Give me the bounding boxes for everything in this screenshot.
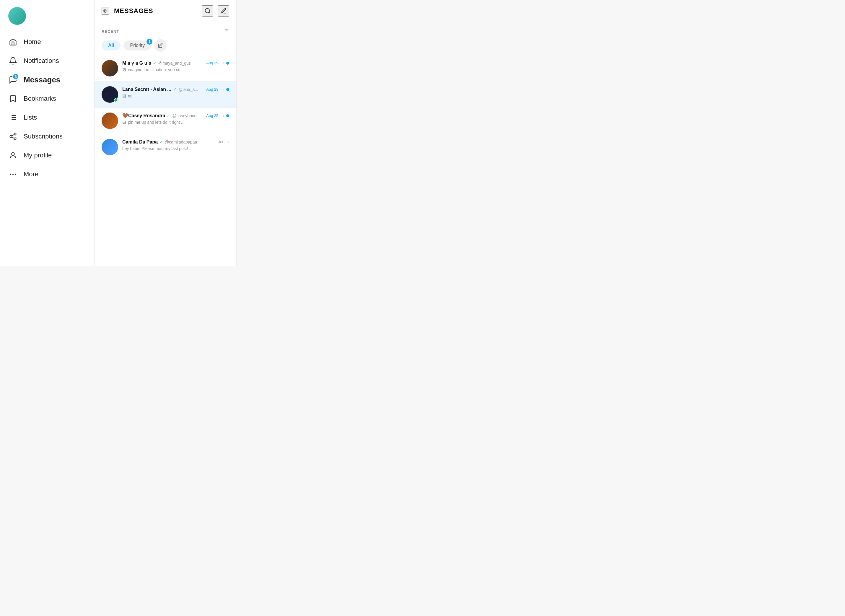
message-body: Camila Da Papa ✓ @camiladapapaa Jul › he… <box>122 139 229 151</box>
message-more[interactable]: › <box>227 139 229 145</box>
sender-handle: @camiladapapaa <box>165 140 197 144</box>
svg-point-14 <box>10 174 11 175</box>
message-top-row: 🤎Casey Rosandra ✓ @caseybooo... Aug 25 › <box>122 113 229 119</box>
preview-icon: 🖼 <box>122 67 126 72</box>
sidebar-nav: Home Notifications 3 Messages <box>0 33 94 183</box>
message-time-area: Jul › <box>218 139 229 145</box>
preview-text: imagine the situation: you co... <box>128 67 184 72</box>
message-time: Aug 25 <box>206 113 218 118</box>
sender-handle: @caseybooo... <box>172 113 200 118</box>
sidebar-item-lists[interactable]: Lists <box>4 109 91 126</box>
unread-dot <box>226 62 229 65</box>
message-more[interactable]: › <box>223 113 224 119</box>
header-actions <box>202 5 229 16</box>
verified-icon: ✓ <box>160 140 163 144</box>
sidebar-item-subscriptions[interactable]: Subscriptions <box>4 128 91 145</box>
recent-label: RECENT <box>101 29 119 34</box>
sender-name: Lana Secret - Asian ... <box>122 87 171 92</box>
messages-header: MESSAGES <box>94 0 236 22</box>
message-time-area: Aug 29 › <box>206 60 229 66</box>
sidebar-item-home-label: Home <box>23 38 41 46</box>
sidebar-item-subscriptions-label: Subscriptions <box>23 133 63 140</box>
message-time: Aug 29 <box>206 87 218 92</box>
message-preview: hey babe! Please read my last post! ... <box>122 146 229 151</box>
subscriptions-icon <box>8 132 18 141</box>
bookmark-icon <box>8 94 18 103</box>
sender-name: 🤎Casey Rosandra <box>122 113 165 119</box>
sender-name: Camila Da Papa <box>122 139 158 145</box>
messages-panel: MESSAGES RECENT <box>94 0 236 266</box>
avatar <box>101 139 118 155</box>
message-item[interactable]: Camila Da Papa ✓ @camiladapapaa Jul › he… <box>94 134 236 160</box>
sender-handle: @maya_and_gus <box>158 61 191 66</box>
sidebar-item-home[interactable]: Home <box>4 33 91 51</box>
message-body: Lana Secret - Asian ... ✓ @lana_s... Aug… <box>122 86 229 98</box>
message-time: Jul <box>218 140 223 144</box>
back-button[interactable] <box>101 7 109 15</box>
avatar-wrap <box>101 139 118 155</box>
message-body: M a y a G u s ✓ @maya_and_gus Aug 29 › 🖼… <box>122 60 229 72</box>
svg-line-9 <box>12 137 14 138</box>
verified-icon: ✓ <box>153 61 157 66</box>
sidebar-item-profile-label: My profile <box>23 151 52 159</box>
compose-button[interactable] <box>218 5 229 16</box>
more-icon <box>8 170 18 179</box>
filter-tabs: All Priority 1 <box>101 39 229 52</box>
online-dot <box>114 98 117 102</box>
unread-dot <box>226 88 229 91</box>
edit-button[interactable] <box>154 39 167 52</box>
sidebar-item-notifications[interactable]: Notifications <box>4 52 91 70</box>
svg-point-11 <box>12 153 14 155</box>
sidebar-item-bookmarks[interactable]: Bookmarks <box>4 90 91 107</box>
search-button[interactable] <box>202 5 213 16</box>
avatar <box>101 60 118 76</box>
message-item[interactable]: 🤎Casey Rosandra ✓ @caseybooo... Aug 25 ›… <box>94 108 236 134</box>
svg-point-6 <box>14 133 16 135</box>
svg-point-7 <box>10 136 12 138</box>
message-more[interactable]: › <box>223 60 224 66</box>
preview-text: hey babe! Please read my last post! ... <box>122 146 192 151</box>
preview-text: no <box>128 94 133 98</box>
preview-icon: 🖼 <box>122 120 126 125</box>
svg-point-12 <box>13 174 13 175</box>
sender-name: M a y a G u s <box>122 60 151 66</box>
svg-point-8 <box>14 138 16 140</box>
message-top-row: M a y a G u s ✓ @maya_and_gus Aug 29 › <box>122 60 229 66</box>
sidebar-item-messages-label: Messages <box>23 75 60 84</box>
recent-section: RECENT All Priority 1 <box>94 22 236 55</box>
filter-icon[interactable] <box>224 28 229 35</box>
message-more[interactable]: › <box>223 86 224 92</box>
profile-icon <box>8 151 18 160</box>
avatar-wrap <box>101 113 118 129</box>
list-icon <box>8 113 18 122</box>
sidebar: Home Notifications 3 Messages <box>0 0 94 266</box>
message-time-area: Aug 29 › <box>206 86 229 92</box>
message-time: Aug 29 <box>206 61 218 65</box>
sidebar-item-lists-label: Lists <box>23 114 37 121</box>
avatar-wrap <box>101 60 118 76</box>
recent-header: RECENT <box>101 28 229 35</box>
tab-priority[interactable]: Priority 1 <box>123 40 151 50</box>
bell-icon <box>8 56 18 66</box>
message-body: 🤎Casey Rosandra ✓ @caseybooo... Aug 25 ›… <box>122 113 229 125</box>
message-top-row: Camila Da Papa ✓ @camiladapapaa Jul › <box>122 139 229 145</box>
sidebar-item-more-label: More <box>23 170 38 178</box>
sidebar-item-more[interactable]: More <box>4 165 91 183</box>
sidebar-item-notifications-label: Notifications <box>23 57 59 65</box>
preview-icon: 🖼 <box>122 94 126 98</box>
message-preview: 🖼 imagine the situation: you co... <box>122 67 229 72</box>
message-item[interactable]: Lana Secret - Asian ... ✓ @lana_s... Aug… <box>94 82 236 108</box>
sidebar-item-profile[interactable]: My profile <box>4 147 91 164</box>
message-preview: 🖼 no <box>122 94 229 98</box>
svg-line-10 <box>12 135 14 136</box>
message-preview: 🖼 pin me up and lets do it right ... <box>122 120 229 125</box>
preview-text: pin me up and lets do it right ... <box>128 120 184 125</box>
right-panel <box>236 0 378 266</box>
sidebar-item-messages[interactable]: 3 Messages <box>4 71 91 89</box>
tab-all[interactable]: All <box>101 40 120 50</box>
verified-icon: ✓ <box>167 113 170 118</box>
avatar[interactable] <box>8 7 26 25</box>
message-item[interactable]: M a y a G u s ✓ @maya_and_gus Aug 29 › 🖼… <box>94 55 236 82</box>
message-list: M a y a G u s ✓ @maya_and_gus Aug 29 › 🖼… <box>94 55 236 266</box>
svg-point-13 <box>15 174 16 175</box>
